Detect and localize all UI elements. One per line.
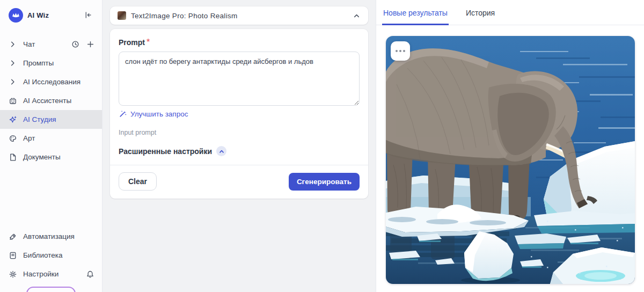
sidebar-item-settings[interactable]: Настройки bbox=[0, 265, 102, 283]
sidebar-item-label: Промпты bbox=[23, 59, 54, 67]
sidebar-header: AI Wiz bbox=[0, 0, 102, 30]
document-icon bbox=[9, 153, 18, 162]
bell-icon[interactable] bbox=[86, 270, 94, 279]
sparkles-icon bbox=[9, 115, 18, 124]
sidebar: AI Wiz Чат bbox=[0, 0, 103, 292]
sidebar-item-library[interactable]: Библиотека bbox=[0, 246, 102, 265]
sidebar-item-label: Библиотека bbox=[23, 251, 62, 259]
robot-icon bbox=[9, 97, 18, 105]
ellipsis-icon bbox=[399, 50, 401, 52]
sidebar-item-chat[interactable]: Чат bbox=[0, 35, 102, 54]
ellipsis-icon bbox=[396, 50, 398, 52]
chevron-up-icon bbox=[353, 12, 361, 20]
logo-w-icon bbox=[12, 12, 20, 18]
sidebar-item-prompts[interactable]: Промпты bbox=[0, 54, 102, 72]
sidebar-item-label: Настройки bbox=[23, 270, 58, 278]
results-panel: Новые результаты История bbox=[376, 0, 644, 292]
elephant-antarctica-illustration bbox=[386, 36, 635, 284]
sidebar-item-label: Автоматизация bbox=[23, 232, 75, 240]
sidebar-item-label: AI Исследования bbox=[23, 78, 80, 86]
advanced-settings-label: Расширенные настройки bbox=[119, 147, 212, 156]
result-area bbox=[376, 25, 644, 284]
palette-icon bbox=[9, 134, 18, 143]
brand-logo bbox=[9, 8, 23, 23]
app-window: AI Wiz Чат bbox=[0, 0, 644, 292]
settings-trailing-actions bbox=[86, 270, 94, 279]
sidebar-item-documents[interactable]: Документы bbox=[0, 148, 102, 166]
rocket-icon bbox=[9, 232, 18, 241]
sidebar-nav: Чат Промпты bbox=[0, 30, 102, 166]
tool-thumbnail-image bbox=[118, 11, 126, 20]
brand-name: AI Wiz bbox=[27, 11, 49, 19]
sidebar-item-label: Арт bbox=[23, 134, 35, 142]
chevron-right-icon bbox=[9, 78, 18, 86]
collapse-sidebar-icon bbox=[84, 11, 92, 19]
clear-button[interactable]: Clear bbox=[119, 172, 157, 191]
required-asterisk: * bbox=[147, 38, 150, 47]
tab-history[interactable]: История bbox=[465, 0, 496, 25]
tool-accordion-header[interactable]: Text2Image Pro: Photo Realism bbox=[110, 6, 368, 25]
sidebar-item-ai-studio[interactable]: AI Студия bbox=[0, 110, 102, 129]
sidebar-item-ai-assistants[interactable]: AI Ассистенты bbox=[0, 91, 102, 110]
chat-trailing-actions bbox=[71, 40, 94, 48]
generate-button[interactable]: Сгенерировать bbox=[289, 173, 360, 191]
prompt-helper-text: Input prompt bbox=[119, 129, 360, 136]
history-clock-icon[interactable] bbox=[71, 40, 79, 48]
results-tabs: Новые результаты История bbox=[376, 0, 644, 25]
book-icon bbox=[9, 251, 18, 260]
sidebar-collapse-button[interactable] bbox=[83, 10, 93, 20]
image-options-button[interactable] bbox=[391, 41, 410, 61]
sidebar-item-label: AI Студия bbox=[23, 115, 56, 123]
improve-prompt-link[interactable]: Улучшить запрос bbox=[119, 110, 188, 118]
sidebar-item-ai-research[interactable]: AI Исследования bbox=[0, 72, 102, 91]
sidebar-nav-bottom: Автоматизация Библиотека Настройки bbox=[0, 222, 102, 292]
chevron-right-icon bbox=[9, 59, 18, 68]
prompt-textarea[interactable]: слон идёт по берегу антарктиды среди айс… bbox=[119, 52, 360, 106]
generated-image[interactable] bbox=[386, 36, 635, 284]
tool-title: Text2Image Pro: Photo Realism bbox=[131, 12, 348, 20]
prompt-label-row: Prompt* bbox=[119, 38, 360, 47]
advanced-settings-toggle[interactable]: Расширенные настройки bbox=[119, 146, 226, 156]
chevron-up-icon bbox=[216, 146, 226, 156]
sidebar-item-label: Чат bbox=[23, 40, 35, 48]
tab-new-results[interactable]: Новые результаты bbox=[382, 0, 449, 25]
new-chat-plus-icon[interactable] bbox=[86, 40, 94, 48]
sidebar-item-label: Документы bbox=[23, 153, 61, 161]
ellipsis-icon bbox=[403, 50, 405, 52]
sidebar-item-art[interactable]: Арт bbox=[0, 129, 102, 148]
sidebar-item-label: AI Ассистенты bbox=[23, 97, 71, 105]
tool-form-card: Prompt* слон идёт по берегу антарктиды с… bbox=[110, 29, 368, 199]
sidebar-item-automation[interactable]: Автоматизация bbox=[0, 227, 102, 246]
tool-panel: Text2Image Pro: Photo Realism Prompt* сл… bbox=[103, 0, 376, 292]
upgrade-pill-button[interactable] bbox=[26, 287, 76, 292]
form-footer: Clear Сгенерировать bbox=[110, 165, 368, 199]
prompt-label: Prompt bbox=[119, 38, 145, 47]
improve-prompt-label: Улучшить запрос bbox=[130, 110, 188, 118]
chevron-right-icon bbox=[9, 40, 18, 49]
magic-wand-icon bbox=[119, 110, 127, 118]
gear-icon bbox=[9, 270, 18, 279]
